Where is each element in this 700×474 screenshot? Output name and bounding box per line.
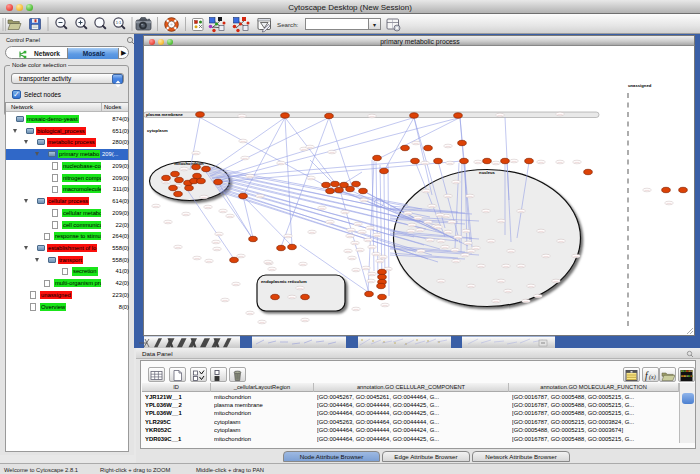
svg-text:unassigned: unassigned (628, 83, 652, 88)
svg-text:nucleus: nucleus (479, 170, 495, 175)
svg-text:1:1: 1:1 (116, 20, 122, 25)
svg-text:plasma membrane: plasma membrane (146, 112, 183, 117)
svg-text:cytoplasm: cytoplasm (147, 128, 168, 133)
svg-text:endoplasmic reticulum: endoplasmic reticulum (261, 279, 307, 284)
svg-text:(x): (x) (649, 374, 656, 381)
